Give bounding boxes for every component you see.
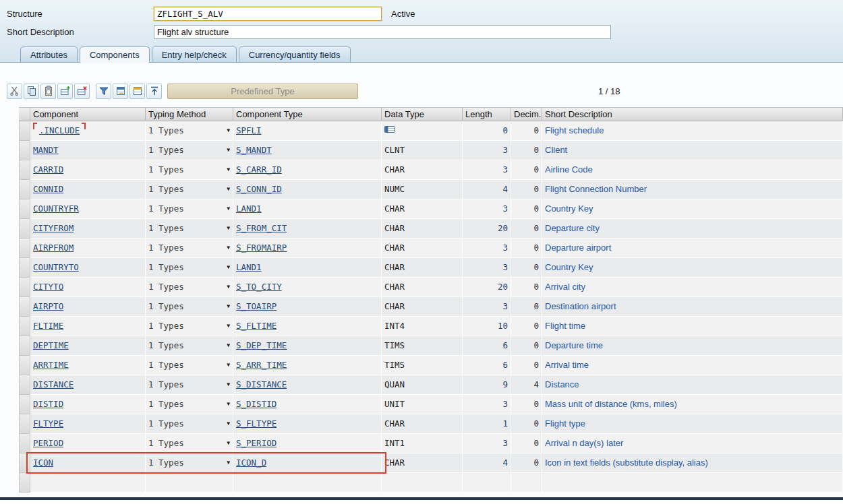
collapse-include-button[interactable]	[129, 84, 145, 99]
component-type-cell[interactable]: S_TOAIRP	[233, 297, 382, 317]
component-name[interactable]: FLTYPE	[33, 418, 63, 429]
short-description-cell[interactable]: Country Key	[542, 258, 843, 278]
typing-method-cell[interactable]: 1 Types▼	[146, 434, 233, 453]
typing-method-cell[interactable]: 1 Types▼	[146, 375, 233, 395]
component-cell[interactable]: .INCLUDE	[30, 121, 146, 141]
typing-method-dropdown-icon[interactable]: ▼	[227, 180, 230, 199]
component-cell[interactable]: DEPTIME	[30, 336, 146, 356]
component-cell[interactable]: FLTYPE	[30, 414, 146, 434]
component-type-link[interactable]: LAND1	[236, 262, 262, 272]
short-description-cell[interactable]: Departure time	[542, 336, 843, 356]
typing-method-dropdown-icon[interactable]: ▼	[227, 395, 230, 414]
typing-method-dropdown-icon[interactable]: ▼	[227, 239, 230, 257]
component-type-cell[interactable]: S_DISTID	[233, 395, 382, 414]
typing-method-cell[interactable]: 1 Types▼	[146, 317, 233, 336]
component-type-cell[interactable]: S_DISTANCE	[233, 375, 382, 395]
component-name[interactable]: CITYTO	[33, 282, 63, 292]
component-cell[interactable]: AIRPTO	[30, 297, 146, 317]
component-type-link[interactable]: S_DISTID	[236, 399, 277, 409]
typing-method-dropdown-icon[interactable]: ▼	[227, 297, 230, 316]
component-type-cell[interactable]: S_CARR_ID	[233, 160, 382, 180]
row-selector[interactable]	[19, 199, 30, 219]
row-selector[interactable]	[19, 121, 30, 141]
component-type-cell[interactable]: S_ARR_TIME	[233, 356, 382, 375]
row-selector[interactable]	[19, 414, 30, 434]
row-selector[interactable]	[19, 434, 30, 453]
typing-method-cell[interactable]: 1 Types▼	[146, 121, 233, 141]
short-description-cell[interactable]: Arrival n day(s) later	[542, 434, 843, 453]
component-type-cell[interactable]: S_FROM_CIT	[233, 219, 382, 239]
typing-method-cell[interactable]: 1 Types▼	[146, 414, 233, 434]
component-cell[interactable]: FLTIME	[30, 317, 146, 336]
component-type-cell[interactable]: LAND1	[233, 258, 382, 278]
component-type-link[interactable]: S_ARR_TIME	[236, 360, 287, 370]
typing-method-dropdown-icon[interactable]: ▼	[227, 453, 230, 472]
component-cell[interactable]: ICON	[30, 453, 146, 473]
component-type-link[interactable]: S_TO_CITY	[236, 282, 282, 292]
short-description-input[interactable]: Flight alv structure	[154, 25, 611, 39]
short-description-cell[interactable]: Mass unit of distance (kms, miles)	[542, 395, 843, 414]
component-cell[interactable]: MANDT	[30, 141, 146, 160]
row-selector[interactable]	[19, 239, 30, 258]
copy-button[interactable]	[24, 84, 39, 99]
component-cell[interactable]: CONNID	[30, 180, 146, 199]
typing-method-dropdown-icon[interactable]: ▼	[227, 414, 230, 433]
component-name[interactable]: AIRPFROM	[33, 243, 74, 253]
row-selector[interactable]	[19, 473, 30, 493]
component-name[interactable]: COUNTRYTO	[33, 262, 79, 272]
typing-method-dropdown-icon[interactable]: ▼	[227, 336, 230, 355]
component-cell[interactable]: PERIOD	[30, 434, 146, 453]
typing-method-cell[interactable]: 1 Types▼	[146, 336, 233, 356]
select-all-cell[interactable]	[19, 107, 30, 121]
component-type-link[interactable]: S_FLTIME	[236, 321, 277, 331]
row-selector[interactable]	[19, 453, 30, 473]
row-selector[interactable]	[19, 160, 30, 180]
component-type-link[interactable]: S_FLTYPE	[236, 418, 277, 429]
component-type-cell[interactable]	[233, 473, 382, 493]
row-selector[interactable]	[19, 258, 30, 278]
typing-method-dropdown-icon[interactable]: ▼	[227, 434, 230, 453]
component-name[interactable]: MANDT	[33, 145, 59, 155]
component-name[interactable]: ARRTIME	[33, 360, 69, 370]
component-type-link[interactable]: SPFLI	[236, 125, 262, 135]
component-name[interactable]: .INCLUDE	[39, 125, 80, 135]
scroll-top-button[interactable]	[146, 84, 162, 99]
component-name[interactable]: CONNID	[33, 184, 63, 194]
component-type-cell[interactable]: LAND1	[233, 199, 382, 219]
tab-entry-help-check[interactable]: Entry help/check	[152, 46, 237, 62]
row-selector[interactable]	[19, 317, 30, 336]
short-description-cell[interactable]: Flight type	[542, 414, 843, 434]
component-type-link[interactable]: ICON_D	[236, 458, 266, 468]
typing-method-dropdown-icon[interactable]: ▼	[227, 375, 230, 394]
short-description-cell[interactable]: Departure city	[542, 219, 843, 239]
component-cell[interactable]: ARRTIME	[30, 356, 146, 375]
component-name[interactable]: PERIOD	[33, 438, 63, 448]
short-description-cell[interactable]	[542, 473, 843, 493]
typing-method-dropdown-icon[interactable]: ▼	[227, 121, 230, 140]
component-type-link[interactable]: S_CARR_ID	[236, 164, 282, 175]
typing-method-dropdown-icon[interactable]: ▼	[227, 141, 230, 160]
short-description-cell[interactable]: Arrival time	[542, 356, 843, 375]
component-cell[interactable]: CARRID	[30, 160, 146, 180]
filter-button[interactable]	[96, 84, 111, 99]
cut-button[interactable]	[7, 84, 22, 99]
component-type-cell[interactable]: S_PERIOD	[233, 434, 382, 453]
component-type-cell[interactable]: S_CONN_ID	[233, 180, 382, 199]
tab-components[interactable]: Components	[80, 46, 150, 63]
component-name[interactable]: DISTID	[33, 399, 63, 409]
row-selector[interactable]	[19, 180, 30, 199]
typing-method-cell[interactable]: 1 Types▼	[146, 141, 233, 160]
component-type-cell[interactable]: SPFLI	[233, 121, 382, 141]
component-type-cell[interactable]: ICON_D	[233, 453, 382, 473]
component-name[interactable]: AIRPTO	[33, 301, 63, 311]
typing-method-dropdown-icon[interactable]: ▼	[227, 258, 230, 277]
component-type-link[interactable]: S_DEP_TIME	[236, 340, 287, 350]
typing-method-dropdown-icon[interactable]: ▼	[227, 160, 230, 179]
component-cell[interactable]: CITYTO	[30, 278, 146, 297]
typing-method-dropdown-icon[interactable]: ▼	[227, 356, 230, 375]
component-type-link[interactable]: S_PERIOD	[236, 438, 277, 448]
row-selector[interactable]	[19, 297, 30, 317]
component-cell[interactable]: AIRPFROM	[30, 239, 146, 258]
component-cell[interactable]: COUNTRYTO	[30, 258, 146, 278]
component-cell[interactable]: COUNTRYFR	[30, 199, 146, 219]
